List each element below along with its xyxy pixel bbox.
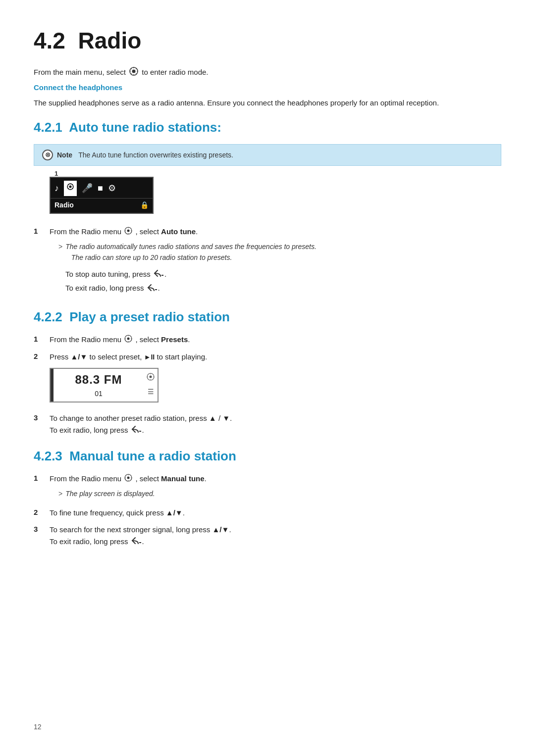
- mic-icon: 🎤: [82, 182, 93, 195]
- step-number: 2: [34, 507, 50, 518]
- fm-list-icon: ☰: [148, 387, 154, 397]
- back-icon-exit: [147, 282, 158, 296]
- step-number: 2: [34, 351, 50, 362]
- sub-result: The radio automatically tunes radio stat…: [58, 241, 317, 263]
- step-item-2: 2 To fine tune frequency, quick press ▲/…: [34, 507, 501, 519]
- page-content: 4.2 Radio From the main menu, select to …: [34, 24, 501, 548]
- step-number: 3: [34, 524, 50, 535]
- step-content: Press ▲/▼ to select preset, ►II to start…: [50, 351, 207, 363]
- note-box: ⊗ Note The Auto tune function overwrites…: [34, 144, 501, 166]
- radio-icon-inline-423: [124, 473, 132, 485]
- screen-label: Radio: [54, 200, 74, 210]
- svg-point-6: [127, 230, 130, 232]
- section-title: 4.2 Radio: [34, 24, 501, 58]
- subsection-423-title: 4.2.3 Manual tune a radio station: [34, 447, 501, 466]
- fm-frequency: 88.3 FM: [75, 371, 122, 389]
- device-screen: 1 ♪ 🎤 ■ ⚙ Radio 🔒: [50, 177, 154, 214]
- step-item-3: 3 To search for the next stronger signal…: [34, 524, 501, 548]
- sub-result-item: The play screen is displayed.: [58, 488, 207, 499]
- svg-point-4: [69, 186, 72, 188]
- note-icon: ⊗: [42, 150, 53, 160]
- intro-paragraph: From the main menu, select to enter radi…: [34, 67, 501, 79]
- svg-point-1: [132, 70, 136, 73]
- screen-lock: 🔒: [140, 200, 149, 210]
- step-content: From the Radio menu , select Manual tune…: [50, 473, 207, 502]
- svg-point-12: [150, 376, 152, 378]
- fm-content: 88.3 FM 01: [54, 371, 144, 399]
- note-label: Note: [57, 150, 72, 160]
- step-number: 3: [34, 412, 50, 424]
- step-content: To change to another preset radio statio…: [50, 412, 232, 437]
- connect-heading: Connect the headphones: [34, 82, 501, 94]
- inline-notes: To stop auto tuning, press . To exit rad…: [65, 267, 317, 296]
- steps-423: 1 From the Radio menu , select Manual tu…: [34, 473, 501, 548]
- back-icon-422: [131, 425, 142, 437]
- step-item-1: 1 From the Radio menu , select Presets.: [34, 334, 501, 346]
- subsection-422-title: 4.2.2 Play a preset radio station: [34, 307, 501, 327]
- step-number: 1: [34, 473, 50, 484]
- fm-preset: 01: [95, 389, 103, 399]
- step-content: From the Radio menu , select Auto tune. …: [50, 226, 317, 298]
- step-item-3: 3 To change to another preset radio stat…: [34, 412, 501, 437]
- radio-icon-inline: [124, 334, 132, 346]
- screen-bottom-bar: Radio 🔒: [51, 198, 153, 213]
- step-item: 1 From the Radio menu , select Auto tune…: [34, 226, 501, 298]
- sub-result-item: The radio automatically tunes radio stat…: [58, 241, 317, 263]
- subsection-421-title: 4.2.1 Auto tune radio stations:: [34, 118, 501, 137]
- sub-result-423: The play screen is displayed.: [58, 488, 207, 499]
- step-number: 1: [34, 334, 50, 345]
- settings-icon: ⚙: [108, 182, 116, 195]
- step-item-1: 1 From the Radio menu , select Manual tu…: [34, 473, 501, 502]
- music-icon: ♪: [54, 182, 59, 195]
- back-icon-423: [131, 536, 142, 548]
- radio-icon-active: [64, 181, 77, 196]
- screen-icons-row: ♪ 🎤 ■ ⚙: [51, 178, 153, 198]
- step-content: From the Radio menu , select Presets.: [50, 334, 190, 346]
- step-item-2: 2 Press ▲/▼ to select preset, ►II to sta…: [34, 351, 501, 363]
- steps-421: 1 From the Radio menu , select Auto tune…: [34, 226, 501, 298]
- connect-body: The supplied headphones serve as a radio…: [34, 97, 501, 109]
- radio-gear-icon: [124, 226, 132, 238]
- stop-icon: ■: [98, 182, 103, 195]
- step-number: 1: [34, 226, 50, 237]
- step-content: To search for the next stronger signal, …: [50, 524, 231, 548]
- play-pause-icon: ►II: [144, 353, 155, 361]
- svg-point-10: [127, 337, 130, 340]
- radio-mode-icon: [129, 67, 138, 79]
- fm-right-icons: ☰: [144, 371, 158, 399]
- screen-step-number: 1: [54, 169, 58, 179]
- fm-display: 88.3 FM 01 ☰: [50, 368, 159, 403]
- back-icon-stop: [154, 268, 164, 281]
- note-text: The Auto tune function overwrites existi…: [78, 150, 233, 160]
- fm-radio-icon: [147, 373, 155, 384]
- steps-422: 1 From the Radio menu , select Presets. …: [34, 334, 501, 437]
- page-number: 12: [34, 722, 42, 732]
- svg-point-15: [127, 476, 130, 479]
- step-content: To fine tune frequency, quick press ▲/▼.: [50, 507, 185, 519]
